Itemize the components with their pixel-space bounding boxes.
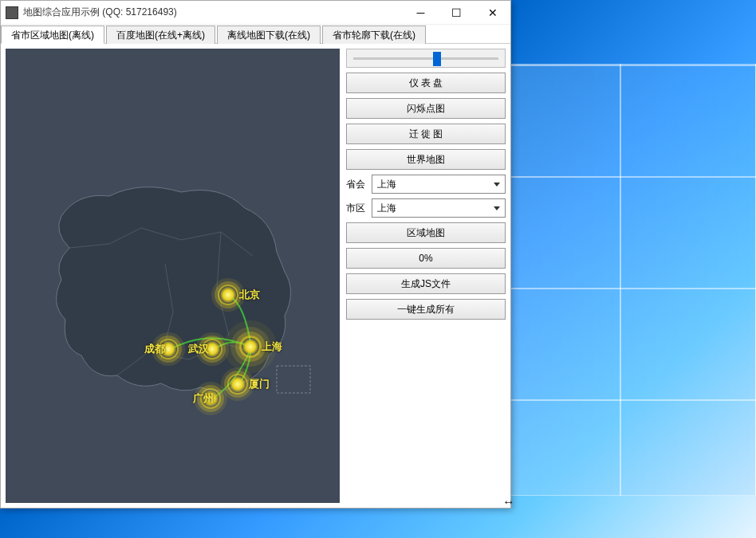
city-row: 市区 上海 — [346, 198, 506, 218]
close-button[interactable]: ✕ — [474, 1, 510, 24]
content-area: 北京 上海 武汉 成都 厦门 广州 — [1, 44, 510, 508]
maximize-button[interactable]: ☐ — [439, 1, 474, 24]
tab-download-outline[interactable]: 省市轮廓下载(在线) — [322, 26, 426, 44]
title-bar: 地图综合应用示例 (QQ: 517216493) ─ ☐ ✕ — [1, 1, 510, 25]
city-label: 成都 — [144, 342, 165, 356]
flash-button[interactable]: 闪烁点图 — [346, 98, 506, 119]
migration-button[interactable]: 迁 徙 图 — [346, 124, 506, 144]
city-marker-icon — [219, 286, 237, 304]
city-label: 北京 — [239, 288, 260, 302]
app-window: 地图综合应用示例 (QQ: 517216493) ─ ☐ ✕ 省市区域地图(离线… — [0, 0, 511, 509]
city-marker-icon — [229, 375, 246, 393]
province-row: 省会 上海 — [346, 175, 506, 194]
city-label: 武汉 — [188, 342, 209, 356]
map-panel[interactable]: 北京 上海 武汉 成都 厦门 广州 — [6, 49, 340, 503]
migration-lines — [6, 49, 340, 503]
city-label: 上海 — [262, 340, 282, 354]
tab-region-offline[interactable]: 省市区域地图(离线) — [1, 26, 104, 44]
tab-baidu[interactable]: 百度地图(在线+离线) — [106, 26, 215, 44]
city-guangzhou[interactable]: 广州 — [202, 390, 214, 407]
city-label: 厦门 — [249, 377, 270, 391]
province-value: 上海 — [377, 178, 396, 191]
minimize-button[interactable]: ─ — [403, 1, 439, 24]
zoom-slider[interactable] — [346, 49, 506, 68]
city-label: 市区 — [346, 202, 368, 215]
dashboard-button[interactable]: 仪 表 盘 — [346, 73, 506, 93]
slider-thumb[interactable] — [433, 52, 441, 66]
city-marker-icon — [242, 338, 259, 355]
genjs-button[interactable]: 生成JS文件 — [346, 273, 506, 294]
app-icon — [6, 6, 18, 19]
tab-bar: 省市区域地图(离线) 百度地图(在线+离线) 离线地图下载(在线) 省市轮廓下载… — [1, 25, 510, 44]
world-button[interactable]: 世界地图 — [346, 149, 506, 170]
city-shanghai[interactable]: 上海 — [242, 338, 282, 355]
city-value: 上海 — [377, 202, 396, 215]
progress-button[interactable]: 0% — [346, 248, 506, 269]
resize-handle-icon[interactable]: ↔ — [502, 495, 515, 509]
genall-button[interactable]: 一键生成所有 — [346, 299, 506, 320]
city-beijing[interactable]: 北京 — [219, 286, 260, 304]
tab-download-offline[interactable]: 离线地图下载(在线) — [217, 26, 321, 44]
chevron-down-icon — [494, 183, 500, 187]
window-title: 地图综合应用示例 (QQ: 517216493) — [23, 6, 403, 19]
city-chengdu[interactable]: 成都 — [159, 340, 165, 358]
city-wuhan[interactable]: 武汉 — [203, 340, 209, 358]
chevron-down-icon — [494, 206, 500, 210]
city-label: 广州 — [193, 391, 214, 406]
city-xiamen[interactable]: 厦门 — [229, 375, 270, 393]
slider-track — [353, 57, 498, 60]
province-select[interactable]: 上海 — [372, 175, 506, 194]
province-label: 省会 — [346, 178, 368, 191]
side-panel: 仪 表 盘 闪烁点图 迁 徙 图 世界地图 省会 上海 市区 上海 区域地图 0… — [346, 49, 506, 503]
city-select[interactable]: 上海 — [372, 198, 506, 218]
region-button[interactable]: 区域地图 — [346, 222, 506, 243]
